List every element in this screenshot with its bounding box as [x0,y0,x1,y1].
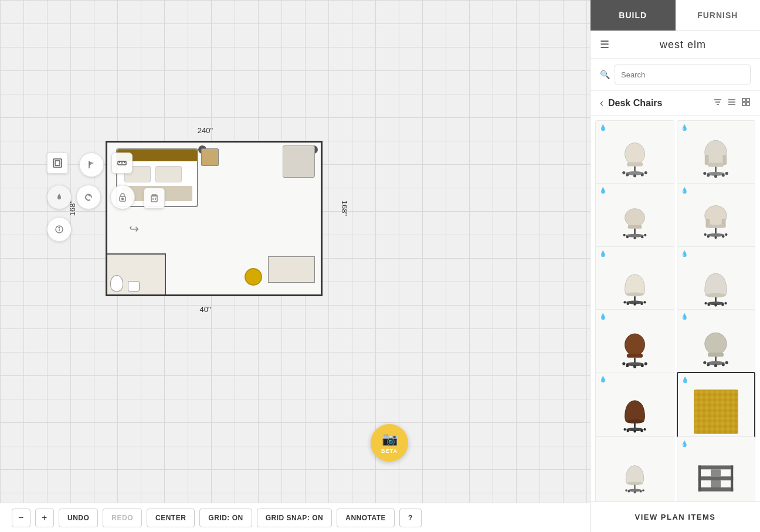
sink [128,281,140,292]
product-item-11[interactable] [595,436,674,501]
swatch-icon-3: 💧 [599,187,606,194]
view-2d-button[interactable] [47,153,68,174]
nightstand-furniture[interactable] [201,148,219,166]
svg-point-78 [722,304,724,306]
tool-cluster: ↩ [47,153,188,235]
product-item-12[interactable]: 💧 [677,436,756,501]
menu-icon[interactable]: ☰ [600,38,609,51]
svg-point-116 [640,490,642,493]
svg-rect-1 [55,161,60,165]
svg-point-60 [707,235,710,238]
svg-point-105 [623,428,626,431]
svg-point-87 [640,364,643,367]
desk-furniture[interactable] [268,256,315,283]
svg-point-42 [722,174,725,177]
undo-rotate-button[interactable] [76,185,101,209]
swatch-icon-10: 💧 [681,377,688,383]
search-bar: 🔍 [591,59,760,91]
svg-point-14 [59,227,60,228]
svg-point-80 [725,302,727,304]
svg-rect-120 [698,477,734,481]
svg-point-30 [633,174,636,177]
zoom-out-button[interactable]: − [12,509,30,527]
svg-point-49 [626,236,628,238]
lock-button[interactable] [110,185,135,209]
svg-point-90 [705,333,727,354]
svg-point-40 [707,174,710,177]
redo-button[interactable]: REDO [103,509,142,527]
redo-rotate-button[interactable]: ↩ [129,222,139,236]
swatch-icon-7: 💧 [599,313,606,320]
zoom-in-button[interactable]: + [35,509,54,527]
svg-rect-35 [705,155,709,165]
svg-rect-119 [698,466,734,470]
svg-point-61 [715,236,717,239]
svg-point-85 [626,364,629,367]
swatch-icon-1: 💧 [599,124,606,131]
svg-rect-46 [627,225,642,229]
svg-rect-123 [731,466,733,492]
ruler-button[interactable] [111,153,133,174]
toilet [110,275,123,292]
products-grid: 💧 💧 [591,116,760,501]
flag-button[interactable] [79,153,104,177]
svg-point-118 [642,490,644,492]
svg-point-98 [725,361,728,364]
sofa-furniture[interactable] [283,145,315,178]
svg-rect-24 [747,103,749,106]
svg-rect-26 [627,162,643,167]
grid-view-button[interactable] [741,97,751,109]
search-input[interactable] [615,65,751,84]
svg-rect-57 [708,225,724,228]
paint-button[interactable] [47,185,72,209]
swatch-icon-2: 💧 [681,124,688,131]
help-button[interactable]: ? [399,509,422,527]
svg-rect-0 [53,159,62,167]
canvas-area[interactable]: 240" 168" 168" 40" [0,0,590,503]
delete-button[interactable] [144,188,165,209]
svg-point-72 [643,301,646,304]
svg-point-73 [706,293,726,298]
svg-point-89 [644,362,647,365]
svg-rect-22 [747,99,749,101]
svg-point-86 [633,365,636,368]
dimension-top: 240" [198,126,213,135]
swatch-icon-5: 💧 [599,250,606,257]
svg-point-8 [122,198,124,200]
svg-point-106 [643,428,646,431]
placed-chair[interactable] [245,268,262,286]
grid-on-button[interactable]: GRID: ON [199,509,252,527]
right-panel: BUILD FURNISH ☰ west elm 🔍 ‹ Desk Chairs [590,0,760,532]
svg-point-43 [704,172,707,175]
svg-point-115 [633,492,636,494]
tab-furnish[interactable]: FURNISH [676,0,761,31]
tab-build[interactable]: BUILD [591,0,676,31]
svg-point-51 [641,236,643,238]
info-button[interactable] [47,217,72,242]
svg-rect-125 [711,480,721,487]
tab-bar: BUILD FURNISH [591,0,760,31]
filter-button[interactable] [713,97,722,109]
search-icon: 🔍 [600,70,610,79]
undo-button[interactable]: UNDO [59,509,98,527]
svg-rect-21 [742,99,745,101]
svg-rect-121 [698,487,734,492]
swatch-icon-4: 💧 [681,187,688,194]
center-button[interactable]: CENTER [147,509,195,527]
svg-point-88 [622,362,625,365]
svg-point-114 [627,490,630,493]
svg-rect-82 [627,354,643,358]
svg-point-99 [626,419,644,423]
svg-point-111 [627,482,643,486]
list-view-button[interactable] [727,97,737,109]
svg-rect-36 [723,155,727,165]
grid-snap-on-button[interactable]: GRID SNAP: ON [257,509,333,527]
back-button[interactable]: ‹ [600,97,603,109]
camera-beta-button[interactable]: 📷 BETA [371,424,408,462]
view-plan-items-button[interactable]: VIEW PLAN ITEMS [591,501,760,532]
svg-rect-23 [742,103,745,106]
svg-point-45 [625,209,644,227]
svg-point-103 [633,430,636,432]
svg-point-76 [708,304,710,306]
annotate-button[interactable]: ANNOTATE [337,509,395,527]
